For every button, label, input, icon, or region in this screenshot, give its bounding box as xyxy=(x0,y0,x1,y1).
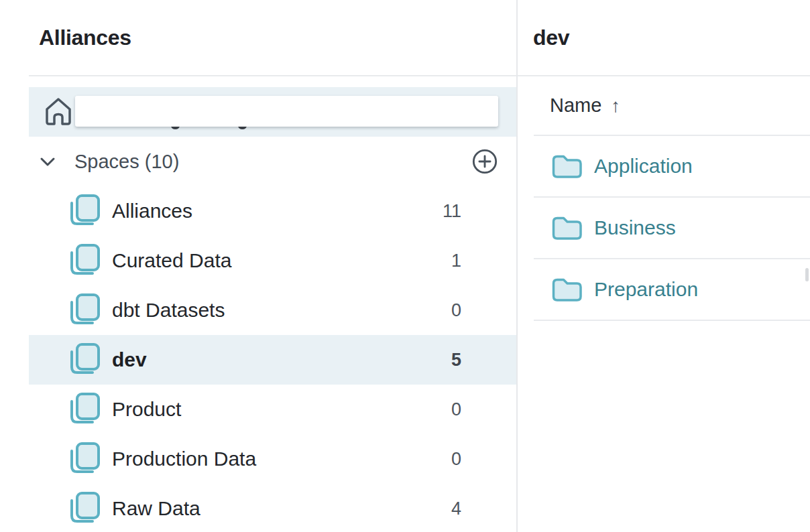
column-header-name[interactable]: Name ↑ xyxy=(534,76,810,136)
folder-row-preparation[interactable]: Preparation xyxy=(534,259,810,321)
scrollbar-thumb[interactable] xyxy=(805,268,809,281)
folder-row-application[interactable]: Application xyxy=(534,136,810,198)
sidebar-item-count: 5 xyxy=(435,350,461,371)
space-icon xyxy=(67,442,102,476)
folder-icon xyxy=(551,276,583,304)
sidebar-item-count: 0 xyxy=(435,300,461,321)
folder-row-business[interactable]: Business xyxy=(534,198,810,259)
folder-name-link: Application xyxy=(594,155,693,178)
sidebar-item-curated-data[interactable]: Curated Data 1 xyxy=(29,236,516,285)
sidebar-item-alliances[interactable]: Alliances 11 xyxy=(29,186,516,236)
folder-name-link: Preparation xyxy=(594,278,698,301)
home-icon xyxy=(44,96,73,127)
sidebar-item-count: 11 xyxy=(435,201,461,222)
sidebar: Alliances Spaces (10) xyxy=(0,0,518,532)
sidebar-item-label: dev xyxy=(112,348,147,371)
sidebar-item-count: 0 xyxy=(435,449,461,470)
sidebar-item-label: Production Data xyxy=(112,448,256,470)
sidebar-item-count: 4 xyxy=(435,498,461,519)
sidebar-item-dbt-datasets[interactable]: dbt Datasets 0 xyxy=(29,285,516,335)
sidebar-item-label: dbt Datasets xyxy=(112,299,225,322)
add-space-button[interactable] xyxy=(471,148,498,175)
sidebar-item-label: Raw Data xyxy=(112,497,200,520)
arrow-up-icon: ↑ xyxy=(611,95,620,117)
sidebar-title: Alliances xyxy=(0,0,516,50)
sidebar-item-count: 1 xyxy=(435,251,461,271)
space-icon xyxy=(67,342,102,377)
page-title: dev xyxy=(518,0,810,50)
sidebar-item-product[interactable]: Product 0 xyxy=(29,385,516,434)
contents-table: Name ↑ Application Business Preparation xyxy=(534,76,810,321)
sidebar-title-divider xyxy=(29,75,516,76)
sidebar-item-label: Curated Data xyxy=(112,249,231,272)
folder-icon xyxy=(551,214,583,242)
folder-name-link: Business xyxy=(594,216,676,239)
plus-circle-icon xyxy=(471,148,498,175)
sidebar-item-raw-data[interactable]: Raw Data 4 xyxy=(29,484,516,532)
folder-icon xyxy=(551,153,583,180)
column-header-label: Name xyxy=(550,94,601,117)
chevron-down-icon[interactable] xyxy=(39,153,56,170)
sidebar-item-label: Product xyxy=(112,398,181,421)
spaces-section-label: Spaces (10) xyxy=(74,151,179,173)
home-item[interactable] xyxy=(29,87,516,137)
space-icon xyxy=(67,392,102,427)
sidebar-item-count: 0 xyxy=(435,399,461,420)
sidebar-item-dev[interactable]: dev 5 xyxy=(29,335,516,385)
sidebar-item-production-data[interactable]: Production Data 0 xyxy=(29,434,516,484)
redaction-overlay xyxy=(75,96,498,127)
folder-list: Application Business Preparation xyxy=(534,136,810,321)
space-icon xyxy=(67,293,102,328)
space-icon xyxy=(67,194,102,228)
space-icon xyxy=(67,491,102,526)
sidebar-item-label: Alliances xyxy=(112,200,192,222)
spaces-section-header: Spaces (10) xyxy=(29,137,516,186)
space-icon xyxy=(67,243,102,278)
main-panel: dev Name ↑ Application Business Preparat… xyxy=(518,0,810,532)
spaces-list: Alliances 11 Curated Data 1 dbt Datasets… xyxy=(0,186,516,532)
